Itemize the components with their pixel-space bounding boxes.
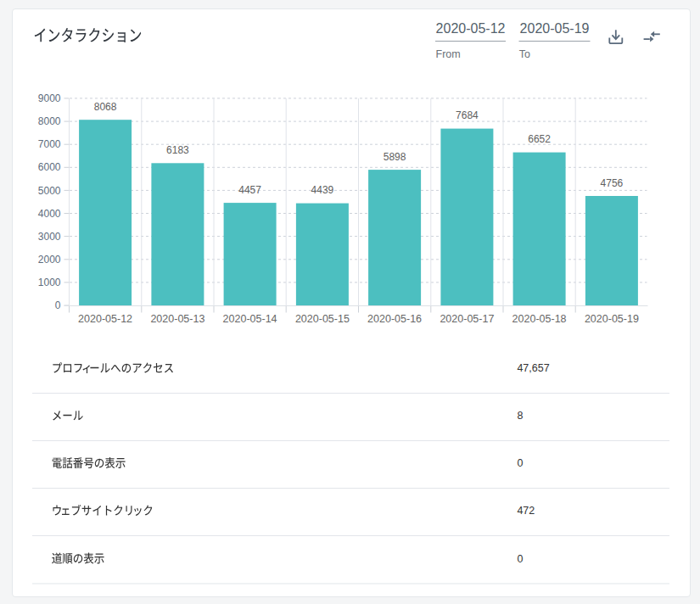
svg-text:9000: 9000 [38, 92, 61, 104]
svg-text:0: 0 [517, 553, 523, 565]
svg-text:0: 0 [55, 299, 61, 311]
svg-text:4439: 4439 [311, 184, 334, 196]
svg-text:2020-05-19: 2020-05-19 [520, 21, 590, 36]
svg-text:2020-05-17: 2020-05-17 [440, 313, 494, 325]
svg-text:6652: 6652 [528, 133, 551, 145]
svg-text:4457: 4457 [238, 184, 261, 196]
svg-text:5000: 5000 [38, 185, 61, 197]
svg-text:From: From [436, 48, 461, 60]
svg-text:8000: 8000 [38, 115, 61, 127]
svg-text:5898: 5898 [384, 151, 406, 163]
svg-text:1000: 1000 [38, 277, 61, 288]
svg-text:6000: 6000 [38, 161, 61, 173]
svg-text:47,657: 47,657 [517, 362, 549, 374]
svg-text:2020-05-19: 2020-05-19 [585, 313, 639, 325]
svg-text:2000: 2000 [38, 254, 61, 266]
svg-text:2020-05-16: 2020-05-16 [367, 313, 422, 325]
svg-text:7000: 7000 [38, 138, 61, 150]
svg-text:4756: 4756 [601, 177, 624, 189]
svg-text:2020-05-13: 2020-05-13 [150, 313, 204, 325]
svg-text:To: To [519, 48, 530, 60]
svg-text:2020-05-12: 2020-05-12 [78, 313, 132, 325]
svg-text:2020-05-12: 2020-05-12 [436, 21, 506, 36]
svg-text:2020-05-15: 2020-05-15 [295, 313, 350, 325]
svg-text:8068: 8068 [94, 101, 117, 113]
svg-text:472: 472 [517, 505, 535, 517]
svg-text:3000: 3000 [38, 231, 61, 243]
svg-text:6183: 6183 [166, 144, 189, 156]
svg-text:4000: 4000 [38, 208, 61, 220]
svg-text:2020-05-14: 2020-05-14 [223, 313, 277, 325]
svg-text:2020-05-18: 2020-05-18 [512, 313, 567, 325]
svg-text:7684: 7684 [456, 109, 479, 121]
svg-text:8: 8 [517, 410, 523, 422]
svg-text:0: 0 [517, 457, 523, 469]
